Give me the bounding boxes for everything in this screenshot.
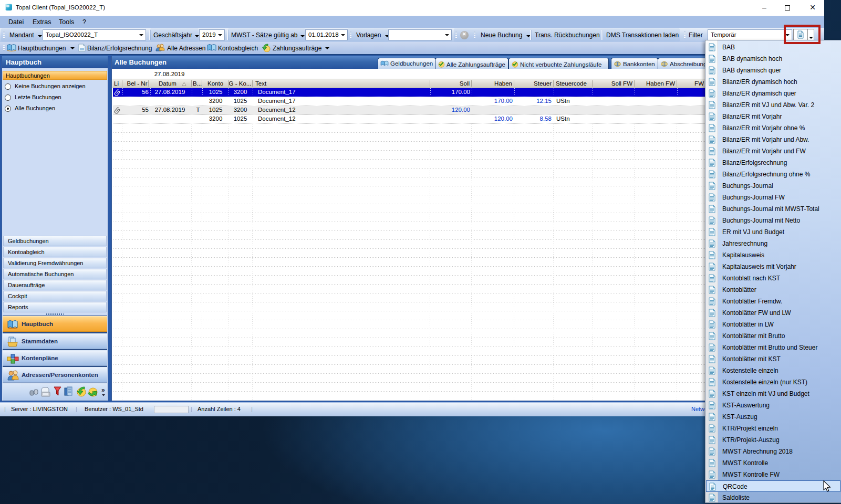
svg-text:»: » [101, 386, 105, 394]
